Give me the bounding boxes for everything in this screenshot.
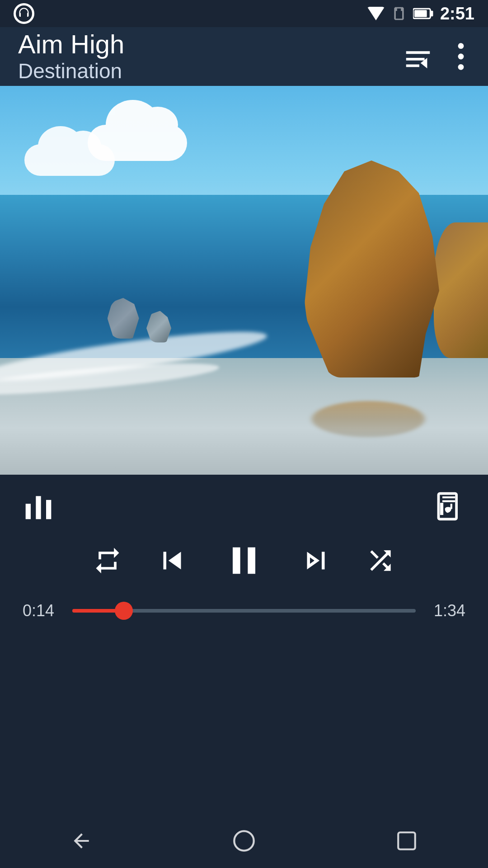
progress-bar[interactable] [72,609,416,613]
top-controls [0,484,488,529]
current-time: 0:14 [23,601,59,620]
song-artist: Destination [18,59,124,83]
rock-reflection [312,401,425,437]
queue-music-button[interactable] [402,43,434,70]
svg-rect-6 [26,504,31,519]
header-actions [402,41,470,72]
status-bar: 2:51 [0,0,488,27]
previous-button[interactable] [155,543,190,578]
song-title: Aim High [18,30,124,59]
wifi-icon [367,7,385,20]
status-left [14,3,34,24]
status-right: 2:51 [367,4,474,24]
progress-section: 0:14 1:34 [0,592,488,629]
svg-rect-12 [398,832,415,849]
headset-icon [14,3,34,24]
album-art [0,86,488,475]
svg-point-11 [234,831,253,850]
controls-section: 0:14 1:34 [0,475,488,629]
more-options-button[interactable] [452,41,470,72]
svg-rect-8 [46,500,51,519]
equalizer-button[interactable] [23,491,54,522]
home-nav-button[interactable] [226,823,262,859]
svg-rect-10 [441,504,442,514]
svg-rect-2 [430,11,433,16]
sim-icon [391,5,407,22]
header: Aim High Destination [0,27,488,86]
back-nav-button[interactable] [63,823,99,859]
playlist-button[interactable] [435,491,465,522]
svg-rect-1 [414,10,427,17]
next-button[interactable] [298,543,333,578]
svg-point-3 [458,43,464,49]
header-title-block: Aim High Destination [18,30,124,83]
nav-bar [0,814,488,868]
svg-point-5 [458,64,464,70]
rock-right [434,222,488,358]
rock-small-1 [108,298,139,339]
repeat-button[interactable] [92,545,123,576]
recents-nav-button[interactable] [389,823,425,859]
cloud-2 [88,125,187,161]
svg-point-4 [458,54,464,60]
shuffle-button[interactable] [365,545,396,576]
status-time: 2:51 [440,4,474,24]
total-time: 1:34 [429,601,465,620]
pause-button[interactable] [221,538,267,583]
playback-controls [0,529,488,592]
battery-icon [413,7,434,20]
progress-thumb[interactable] [115,602,133,620]
svg-rect-7 [36,496,41,519]
beach-scene [0,86,488,475]
